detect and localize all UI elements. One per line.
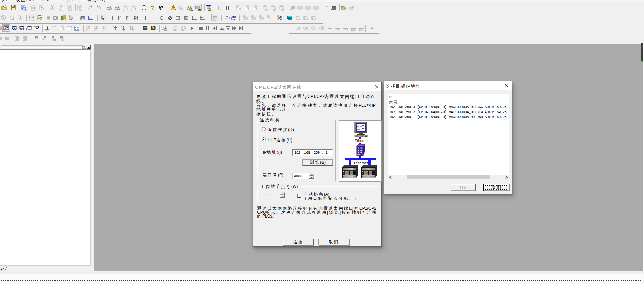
svg-text:x: x bbox=[305, 17, 307, 20]
svg-text:ron: ron bbox=[85, 29, 89, 31]
svg-text:z: z bbox=[298, 17, 299, 20]
svg-text:x: x bbox=[253, 17, 255, 20]
svg-text:P: P bbox=[135, 16, 136, 18]
svg-text:a: a bbox=[134, 6, 136, 8]
svg-text:b: b bbox=[131, 9, 133, 11]
svg-text:w: w bbox=[39, 16, 41, 18]
svg-text:CI: CI bbox=[89, 16, 92, 20]
svg-text:?: ? bbox=[151, 5, 154, 11]
svg-text:z: z bbox=[245, 17, 247, 20]
svg-text:-: - bbox=[269, 17, 270, 20]
svg-text:0.02: 0.02 bbox=[75, 28, 79, 30]
svg-text:HH: HH bbox=[288, 16, 292, 19]
svg-text:v: v bbox=[261, 17, 263, 20]
svg-text:ron: ron bbox=[213, 19, 216, 21]
svg-text:P: P bbox=[127, 16, 129, 18]
svg-text:co: co bbox=[80, 9, 82, 11]
svg-text:SMA: SMA bbox=[80, 15, 86, 18]
svg-text:v: v bbox=[313, 17, 315, 20]
svg-text:a: a bbox=[126, 6, 127, 8]
svg-text:?: ? bbox=[161, 5, 163, 10]
svg-text:b: b bbox=[123, 9, 125, 11]
svg-text:ron: ron bbox=[102, 29, 105, 31]
